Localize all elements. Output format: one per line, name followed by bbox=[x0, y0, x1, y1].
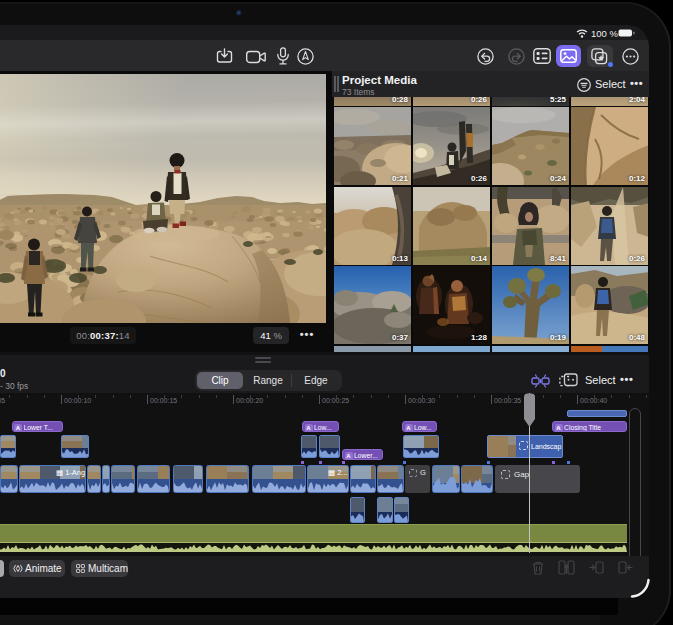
svg-text:00:00:35: 00:00:35 bbox=[494, 397, 521, 404]
svg-text:00:00:15: 00:00:15 bbox=[150, 397, 177, 404]
svg-text:00:00:30: 00:00:30 bbox=[408, 397, 435, 404]
svg-text:00:00:25: 00:00:25 bbox=[322, 397, 349, 404]
svg-text:00:00:05: 00:00:05 bbox=[0, 397, 5, 404]
svg-text:00:00:10: 00:00:10 bbox=[64, 397, 91, 404]
svg-text:00:00:40: 00:00:40 bbox=[580, 397, 607, 404]
svg-text:00:00:20: 00:00:20 bbox=[236, 397, 263, 404]
